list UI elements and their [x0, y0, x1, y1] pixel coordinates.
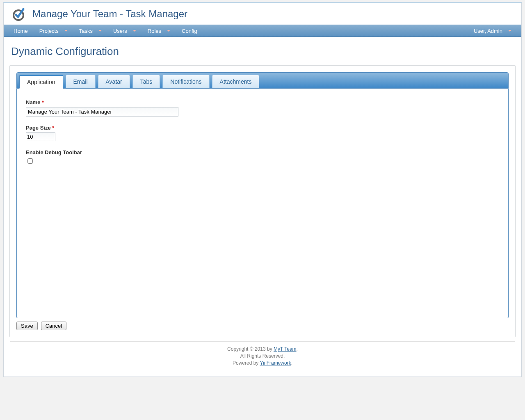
chevron-down-icon	[133, 30, 136, 32]
nav-item-label: Users	[113, 28, 127, 34]
nav-item-label: Roles	[148, 28, 161, 34]
tab-application[interactable]: Application	[19, 75, 63, 89]
footer-framework-link[interactable]: Yii Framework	[260, 360, 291, 366]
tab-bar: ApplicationEmailAvatarTabsNotificationsA…	[16, 72, 509, 89]
navbar: HomeProjectsTasksUsersRolesConfig User, …	[4, 25, 521, 37]
nav-item-home[interactable]: Home	[8, 25, 34, 37]
tab-tabs[interactable]: Tabs	[132, 75, 160, 88]
required-marker: *	[52, 125, 54, 131]
nav-user-menu[interactable]: User, Admin	[468, 25, 517, 37]
label-pagesize: Page Size *	[26, 125, 499, 131]
tab-body-application: Name * Page Size * Enable Debug Toolbar	[16, 89, 509, 318]
footer-copy-suffix: .	[297, 346, 298, 352]
label-debug: Enable Debug Toolbar	[26, 149, 499, 155]
chevron-down-icon	[98, 30, 102, 32]
label-name: Name *	[26, 99, 499, 105]
app-title: Manage Your Team - Task Manager	[32, 8, 187, 20]
nav-item-config[interactable]: Config	[176, 25, 203, 37]
save-button[interactable]: Save	[16, 322, 38, 330]
required-marker: *	[42, 99, 44, 105]
label-name-text: Name	[26, 99, 40, 105]
tab-notifications[interactable]: Notifications	[162, 75, 209, 88]
chevron-down-icon	[508, 30, 511, 32]
header: Manage Your Team - Task Manager	[4, 3, 521, 25]
nav-user-label: User, Admin	[474, 28, 502, 34]
tab-avatar[interactable]: Avatar	[98, 75, 130, 88]
footer-powered-suffix: .	[291, 360, 292, 366]
footer-copy-prefix: Copyright © 2013 by	[227, 346, 274, 352]
nav-item-label: Tasks	[79, 28, 93, 34]
page-title: Dynamic Configuration	[11, 45, 516, 58]
footer: Copyright © 2013 by MyT Team. All Rights…	[10, 341, 515, 366]
nav-item-roles[interactable]: Roles	[142, 25, 176, 37]
checkbox-debug[interactable]	[27, 158, 33, 164]
tab-attachments[interactable]: Attachments	[212, 75, 260, 88]
config-panel: ApplicationEmailAvatarTabsNotificationsA…	[9, 65, 516, 337]
chevron-down-icon	[167, 30, 170, 32]
footer-rights: All Rights Reserved.	[10, 353, 515, 360]
cancel-button[interactable]: Cancel	[41, 322, 66, 330]
field-pagesize: Page Size *	[26, 125, 499, 141]
footer-team-link[interactable]: MyT Team	[274, 346, 297, 352]
input-pagesize[interactable]	[26, 132, 55, 141]
footer-powered-prefix: Powered by	[233, 360, 260, 366]
nav-item-label: Projects	[39, 28, 59, 34]
tab-email[interactable]: Email	[66, 75, 96, 88]
nav-item-projects[interactable]: Projects	[34, 25, 73, 37]
nav-item-label: Config	[182, 28, 197, 34]
chevron-down-icon	[64, 30, 68, 32]
nav-item-label: Home	[14, 28, 28, 34]
input-name[interactable]	[26, 107, 178, 116]
app-logo-icon	[11, 7, 26, 21]
nav-item-users[interactable]: Users	[107, 25, 142, 37]
field-name: Name *	[26, 99, 499, 116]
nav-item-tasks[interactable]: Tasks	[73, 25, 107, 37]
label-pagesize-text: Page Size	[26, 125, 51, 131]
field-debug: Enable Debug Toolbar	[26, 149, 499, 165]
